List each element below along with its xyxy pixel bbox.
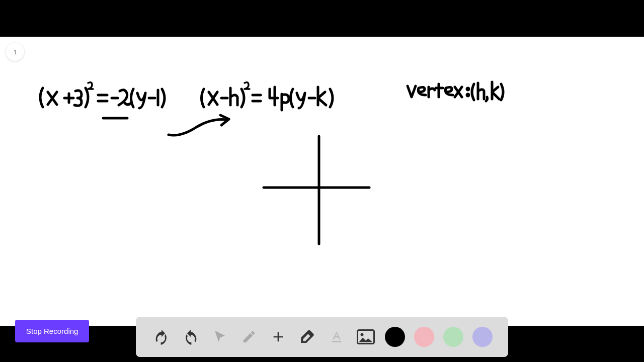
undo-button[interactable] (151, 327, 172, 347)
equation-2 (202, 82, 333, 110)
eraser-icon (299, 328, 316, 345)
plus-icon (270, 329, 286, 345)
svg-point-3 (361, 333, 364, 336)
axes-sketch (264, 136, 369, 244)
stop-recording-button[interactable]: Stop Recording (15, 320, 89, 342)
image-tool[interactable] (356, 327, 376, 347)
svg-point-1 (467, 94, 469, 96)
pencil-tool[interactable] (239, 327, 259, 347)
pointer-icon (212, 329, 227, 344)
equation-1 (40, 82, 165, 108)
svg-point-0 (467, 88, 469, 90)
pointer-tool[interactable] (210, 327, 230, 347)
redo-icon (182, 328, 199, 345)
color-purple[interactable] (472, 327, 493, 347)
color-pink[interactable] (414, 327, 434, 347)
whiteboard-canvas[interactable]: 1 (0, 37, 644, 326)
add-tool[interactable] (268, 327, 288, 347)
undo-icon (153, 328, 170, 345)
text-tool[interactable] (327, 327, 347, 347)
toolbar (136, 317, 508, 357)
vertex-label (408, 82, 503, 101)
image-icon (357, 329, 375, 344)
arrow-annotation (169, 115, 229, 135)
eraser-tool[interactable] (297, 327, 317, 347)
handwriting-layer (0, 37, 644, 326)
text-icon (329, 329, 345, 345)
redo-button[interactable] (181, 327, 201, 347)
color-black[interactable] (385, 327, 405, 347)
pencil-icon (242, 329, 257, 344)
color-green[interactable] (443, 327, 463, 347)
